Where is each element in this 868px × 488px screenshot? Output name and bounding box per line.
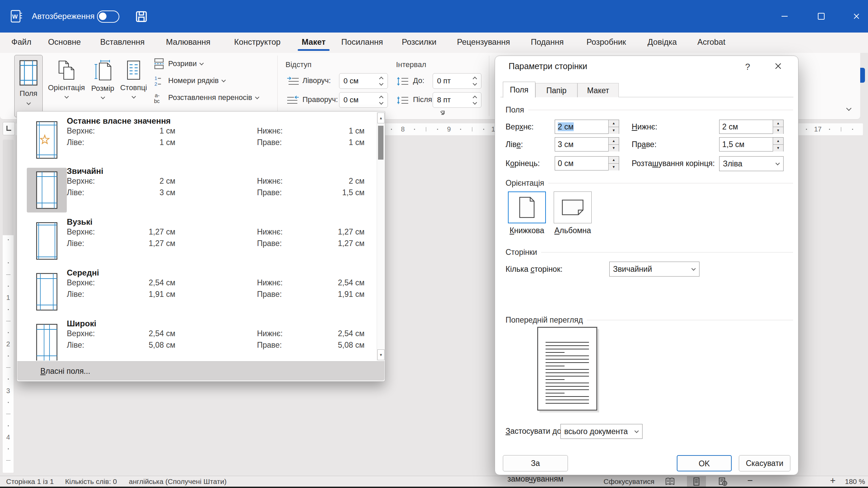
focus-mode-button[interactable]: Сфокусуватися [604,476,654,487]
landscape-page-icon [554,191,591,223]
chevron-down-icon [199,61,204,65]
indent-left-spinner[interactable]: 0 см [339,73,388,89]
scroll-up-icon[interactable]: ▲ [377,113,384,123]
spin-buttons[interactable]: ▲▼ [773,138,783,151]
tab-references[interactable]: Посилання [337,33,387,52]
margins-preset-normal[interactable]: Звичайні Верхнє: 2 см Нижнє: 2 см Ліве: … [17,165,376,215]
close-button[interactable] [846,0,867,33]
gutter-position-combo[interactable]: Зліва [719,156,784,171]
top-margin-field[interactable]: 2 см ▲▼ [555,120,619,134]
spinner-arrows[interactable] [376,76,388,86]
left-margin-value[interactable]: 3 см [555,138,608,151]
word-count[interactable]: Кількість слів: 0 [65,476,117,487]
svg-text:2: 2 [154,81,157,86]
tab-layout[interactable]: Макет [296,33,332,52]
spin-buttons[interactable]: ▲▼ [608,157,619,170]
zoom-in-button[interactable]: + [830,475,835,486]
gutter-field[interactable]: 0 см ▲▼ [555,156,619,170]
tab-file[interactable]: Файл [7,33,36,52]
vertical-ruler[interactable]: 1234 [3,140,14,473]
language-indicator[interactable]: англійська (Сполучені Штати) [129,476,226,487]
read-mode-button[interactable] [660,476,679,487]
hyphenation-icon: a- bc [153,92,165,103]
orientation-button[interactable]: Орієнтація [45,55,87,117]
spinner-arrows[interactable] [376,95,388,105]
set-default-button[interactable]: За замовчуванням [503,455,568,471]
spacing-before-spinner[interactable]: 0 пт [433,73,481,89]
tab-help[interactable]: Довідка [642,33,682,52]
left-margin-field[interactable]: 3 см ▲▼ [555,137,619,151]
multiple-pages-combo[interactable]: Звичайний [609,262,699,277]
tab-review[interactable]: Рецензування [451,33,516,52]
screen-bottom-edge [0,487,868,488]
tab-mailings[interactable]: Розсилки [397,33,441,52]
tab-insert[interactable]: Вставлення [94,33,151,52]
spinner-arrows[interactable] [470,95,481,105]
spacing-after-value[interactable]: 8 пт [433,96,470,104]
margins-preset-wide[interactable]: Широкі Верхнє: 2,54 см Нижнє: 2,54 см Лі… [17,318,376,361]
help-button[interactable]: ? [741,61,754,73]
collapse-ribbon-icon[interactable] [846,106,852,111]
line-numbers-button[interactable]: 1 2 Номери рядків [153,75,225,87]
indent-left-value[interactable]: 0 см [339,77,376,85]
apply-to-combo[interactable]: всього документа [560,424,643,439]
tab-home[interactable]: Основне [41,33,87,52]
zoom-out-button[interactable]: − [747,475,753,486]
spin-buttons[interactable]: ▲▼ [608,120,619,134]
columns-button[interactable]: Стовпці [118,55,149,117]
size-button[interactable]: Розмір [89,55,117,117]
dialog-close-button[interactable] [771,61,785,73]
orientation-portrait-tile[interactable] [508,191,546,223]
autosave-toggle[interactable] [97,11,119,23]
web-layout-button[interactable] [713,476,732,487]
orientation-landscape-tile[interactable] [554,191,592,223]
custom-margins-item[interactable]: Власні поля... [17,361,384,381]
gutter-value[interactable]: 0 см [555,157,608,170]
tab-stop-selector[interactable] [3,122,15,135]
margins-button[interactable]: Поля [14,55,43,117]
spin-up-icon: ▲ [609,138,619,145]
margins-preset-narrow[interactable]: Вузькі Верхнє: 1,27 см Нижнє: 1,27 см Лі… [17,216,376,266]
tab-developer[interactable]: Розробник [578,33,634,52]
bottom-margin-value[interactable]: 2 см [719,120,773,134]
spinner-arrows[interactable] [470,76,481,86]
tab-acrobat[interactable]: Acrobat [692,33,731,52]
zoom-level[interactable]: 180 % [845,476,865,487]
spacing-after-label: Після: [413,92,434,107]
hyphenation-button[interactable]: a- bc Розставлення переносів [153,92,259,104]
right-margin-field[interactable]: 1,5 см ▲▼ [719,137,784,151]
cancel-button[interactable]: Скасувати [739,455,790,471]
preset-bottom-label: Нижнє: [257,177,283,186]
page-indicator[interactable]: Сторінка 1 із 1 [6,476,54,487]
spacing-before-value[interactable]: 0 пт [433,77,470,85]
scroll-down-icon[interactable]: ▼ [377,349,384,360]
scrollbar-thumb[interactable] [378,126,383,160]
indent-right-spinner[interactable]: 0 см [339,92,388,108]
paragraph-dialog-launcher-icon[interactable] [439,110,446,117]
spin-buttons[interactable]: ▲▼ [608,138,619,151]
size-icon [93,60,112,81]
spin-down-icon: ▼ [609,127,619,134]
tab-draw[interactable]: Малювання [159,33,217,52]
right-margin-value[interactable]: 1,5 см [719,138,773,151]
dialog-tab-margins[interactable]: Поля [503,82,535,98]
dialog-tab-paper[interactable]: Папір [535,83,577,97]
margins-preset-last-custom[interactable]: Останнє власне значення Верхнє: 1 см Ниж… [17,115,376,165]
margins-preset-moderate[interactable]: Середні Верхнє: 2,54 см Нижнє: 2,54 см Л… [17,267,376,317]
maximize-button[interactable] [810,0,832,33]
minimize-button[interactable] [774,0,795,33]
dropdown-scrollbar[interactable]: ▲ ▼ [377,112,384,361]
svg-text:1: 1 [154,76,157,81]
spacing-after-spinner[interactable]: 8 пт [433,92,481,108]
tab-view[interactable]: Подання [527,33,568,52]
save-icon[interactable] [135,10,148,23]
print-layout-button[interactable] [687,476,706,487]
hyphenation-label: Розставлення переносів [168,93,252,102]
dialog-tab-layout[interactable]: Макет [577,83,619,97]
indent-right-value[interactable]: 0 см [339,96,376,104]
spin-buttons[interactable]: ▲▼ [773,120,783,134]
bottom-margin-field[interactable]: 2 см ▲▼ [719,120,784,134]
ok-button[interactable]: OK [677,455,732,471]
breaks-button[interactable]: Розриви [153,58,203,70]
tab-design[interactable]: Конструктор [226,33,288,52]
